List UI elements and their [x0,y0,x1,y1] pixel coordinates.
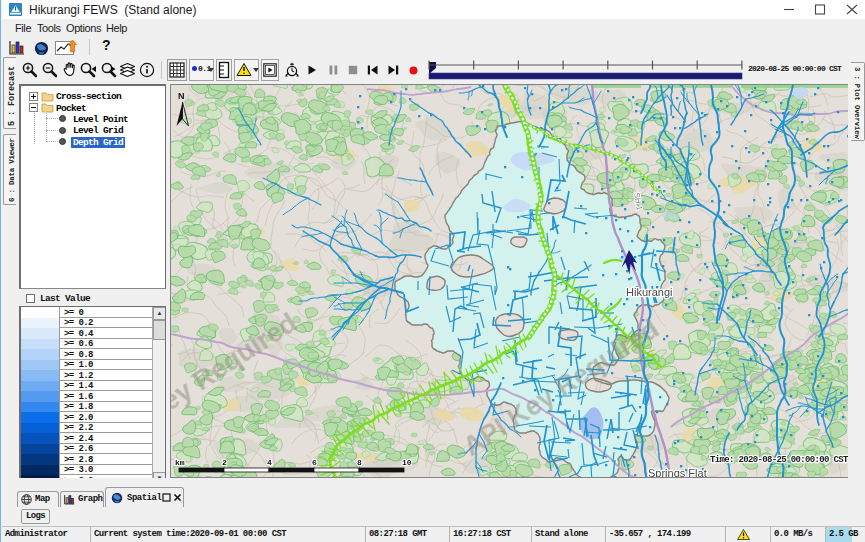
svg-text:6: 6 [312,458,317,467]
svg-text:Hikurangi: Hikurangi [626,286,672,298]
svg-text:2020-08-25 00:00:00 CST: 2020-08-25 00:00:00 CST [748,64,842,73]
svg-text:Springs Flat: Springs Flat [648,467,707,478]
svg-text:Time: 2020-08-25 00:00:00 CST: Time: 2020-08-25 00:00:00 CST [710,455,848,465]
svg-text:6 : Data Viewer: 6 : Data Viewer [8,138,16,202]
svg-text:km: km [175,458,185,467]
svg-text:8: 8 [357,458,362,467]
svg-text:2: 2 [222,458,227,467]
svg-text:10: 10 [402,458,412,467]
svg-text:4: 4 [267,458,272,467]
svg-text:3 : Plot Overview: 3 : Plot Overview [853,67,861,139]
svg-text:N: N [178,91,185,101]
svg-text:5 : Forecast: 5 : Forecast [7,66,17,126]
